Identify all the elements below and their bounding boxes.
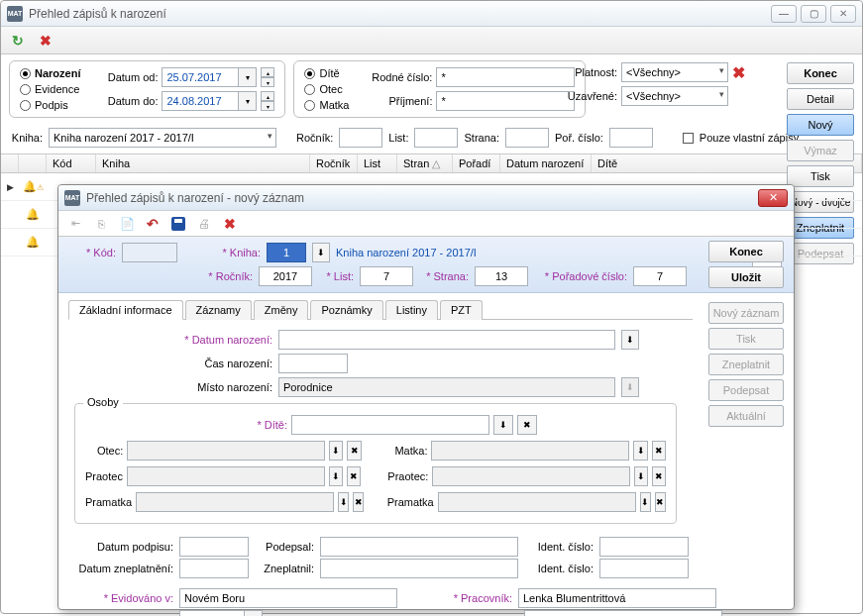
radio-otec[interactable]: Otec [304, 83, 349, 95]
pramatka2-input[interactable] [438, 492, 636, 512]
spin-down2[interactable]: ▾ [261, 101, 274, 111]
pramatka-clear-icon[interactable]: ✖ [353, 492, 364, 512]
spin-up2[interactable]: ▴ [261, 91, 274, 101]
datum-podpisu-input[interactable] [179, 537, 249, 557]
spin-down[interactable]: ▾ [261, 77, 274, 87]
datum-ev-cal-icon[interactable]: ⬇ [245, 610, 263, 616]
dite-clear-icon[interactable]: ✖ [517, 415, 537, 435]
misto-input[interactable]: Porodnice [278, 377, 615, 397]
tab-poznamky[interactable]: Poznámky [310, 300, 382, 320]
dite-input[interactable] [291, 415, 489, 435]
radio-evidence[interactable]: Evidence [20, 83, 80, 95]
evid-v-label: * Evidováno v: [74, 592, 173, 604]
tab-zmeny[interactable]: Změny [254, 300, 309, 320]
zneplatnil-input[interactable] [320, 559, 518, 578]
otec-lookup-icon[interactable]: ⬇ [329, 441, 343, 461]
konec-button[interactable]: Konec [787, 62, 854, 84]
strana-input[interactable] [505, 128, 549, 148]
pramatka-input[interactable] [136, 492, 334, 512]
datum-od-cal-icon[interactable]: ▾ [239, 67, 257, 87]
undo-icon[interactable] [142, 213, 163, 235]
radio-podpis[interactable]: Podpis [20, 99, 80, 111]
hdr-strana-input[interactable] [475, 266, 528, 286]
praotec-input[interactable] [127, 466, 325, 486]
col-poradi[interactable]: Pořadí [453, 154, 500, 172]
radio-dite[interactable]: Dítě [304, 67, 349, 79]
modal-close-button[interactable]: ✕ [758, 189, 788, 207]
modal-ulozit-button[interactable]: Uložit [708, 266, 784, 288]
pracovnik-input[interactable]: Lenka Blumentrittová [518, 588, 716, 608]
evid-v-input[interactable]: Novém Boru [179, 588, 397, 608]
radio-matka[interactable]: Matka [304, 99, 349, 111]
praotec-clear-icon[interactable]: ✖ [347, 466, 361, 486]
filter-group-type: Narození Evidence Podpis Datum od: ▾ ▴▾ … [9, 60, 285, 118]
close-button[interactable] [830, 5, 856, 23]
clear-filter-icon[interactable]: ✖ [732, 63, 745, 82]
modal-close-icon[interactable] [219, 213, 241, 235]
praotec2-lookup-icon[interactable]: ⬇ [634, 466, 648, 486]
hdr-kod-input[interactable] [122, 243, 177, 262]
datum-do-input[interactable] [162, 91, 239, 111]
datum-ev-input[interactable]: 24.08.2017 [179, 610, 245, 616]
pramatka-lookup-icon[interactable]: ⬇ [338, 492, 349, 512]
hdr-rocnik-input[interactable] [259, 266, 312, 286]
datum-narozeni-cal-icon[interactable]: ⬇ [621, 330, 639, 350]
datum-narozeni-input[interactable] [278, 330, 615, 350]
kniha-select[interactable]: Kniha narození 2017 - 2017/I [49, 128, 276, 148]
col-stran[interactable]: Stran △ [397, 154, 453, 172]
tab-zaznamy[interactable]: Záznamy [185, 300, 252, 320]
prijmeni-input[interactable]: * [436, 91, 575, 111]
tab-listiny[interactable]: Listiny [385, 300, 438, 320]
lookup-icon[interactable]: ⬇ [312, 243, 330, 262]
spin-up[interactable]: ▴ [261, 67, 274, 77]
col-kod[interactable]: Kód [47, 154, 96, 172]
tab-zakladni[interactable]: Základní informace [68, 300, 183, 320]
rodne-cislo-input[interactable]: * [436, 67, 575, 87]
podepsal-input[interactable] [320, 537, 518, 557]
hdr-list-input[interactable] [360, 266, 413, 286]
novy-button[interactable]: Nový [787, 114, 854, 136]
otec-clear-icon[interactable]: ✖ [347, 441, 361, 461]
pramatka2-lookup-icon[interactable]: ⬇ [640, 492, 651, 512]
datum-znepl-input[interactable] [179, 559, 249, 578]
rocnik-input[interactable] [339, 128, 382, 148]
matka-input[interactable] [431, 441, 629, 461]
detail-button[interactable]: Detail [787, 88, 854, 110]
por-label: Poř. číslo: [555, 132, 603, 144]
minimize-button[interactable]: — [771, 5, 797, 23]
ident-cislo-input[interactable]: 6056 [524, 610, 722, 616]
pouze-vlastni-checkbox[interactable] [683, 133, 694, 144]
col-datum[interactable]: Datum narození [500, 154, 592, 172]
list-input[interactable] [414, 128, 458, 148]
matka-clear-icon[interactable]: ✖ [652, 441, 666, 461]
modal-konec-button[interactable]: Konec [708, 241, 784, 262]
tab-pzt[interactable]: PZT [440, 300, 483, 320]
radio-narozeni[interactable]: Narození [20, 67, 80, 79]
cas-input[interactable] [278, 354, 348, 373]
col-rocnik[interactable]: Ročník [310, 154, 358, 172]
otec-input[interactable] [127, 441, 325, 461]
datum-od-input[interactable] [162, 67, 239, 87]
platnost-block: Platnost: <Všechny> ✖ Uzavřené: <Všechny… [564, 62, 745, 106]
col-kniha[interactable]: Kniha [96, 154, 310, 172]
col-list[interactable]: List [358, 154, 397, 172]
close-icon[interactable] [35, 30, 56, 51]
platnost-select[interactable]: <Všechny> [621, 62, 728, 82]
ident2-input[interactable] [599, 559, 689, 578]
matka-lookup-icon[interactable]: ⬇ [633, 441, 647, 461]
por-input[interactable] [609, 128, 653, 148]
maximize-button[interactable]: ▢ [801, 5, 826, 23]
hdr-kniha-idx[interactable]: 1 [267, 243, 306, 262]
praotec2-clear-icon[interactable]: ✖ [652, 466, 666, 486]
ident1-input[interactable] [599, 537, 689, 557]
praotec2-input[interactable] [432, 466, 630, 486]
praotec-lookup-icon[interactable]: ⬇ [329, 466, 343, 486]
refresh-icon[interactable] [7, 30, 29, 51]
pramatka2-clear-icon[interactable]: ✖ [655, 492, 666, 512]
hdr-por-input[interactable] [633, 266, 687, 286]
save-icon[interactable] [167, 213, 189, 235]
datum-do-cal-icon[interactable]: ▾ [239, 91, 257, 111]
pracovnik-label: * Pracovník: [403, 592, 512, 604]
uzavrene-select[interactable]: <Všechny> [621, 86, 728, 106]
dite-lookup-icon[interactable]: ⬇ [493, 415, 513, 435]
